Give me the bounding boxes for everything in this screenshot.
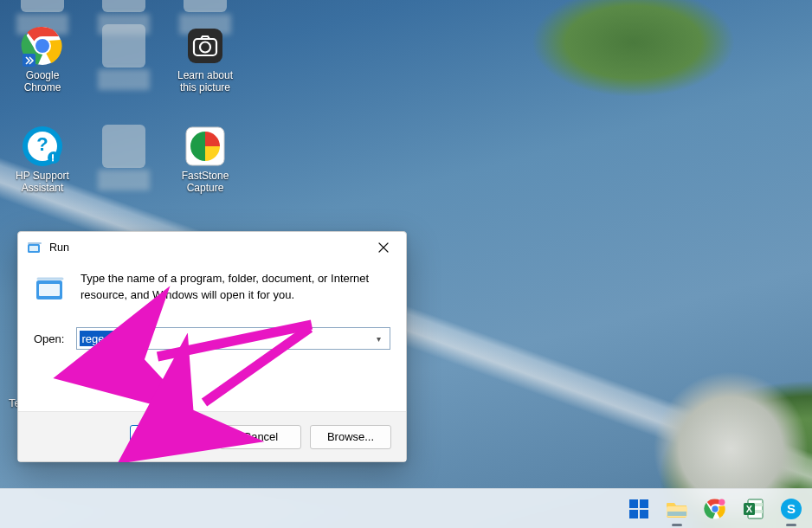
svg-point-27	[719, 499, 725, 505]
svg-rect-23	[667, 512, 686, 516]
run-dialog: Run Type the name of a program, folder, …	[17, 231, 407, 462]
svg-rect-20	[629, 510, 638, 518]
open-label: Open:	[34, 332, 64, 345]
chrome-button[interactable]	[703, 497, 727, 521]
open-input-value[interactable]: regedit	[80, 331, 118, 346]
ok-button[interactable]: OK	[130, 425, 211, 449]
chevron-down-icon[interactable]: ▾	[367, 334, 390, 344]
runner-icon	[21, 0, 64, 12]
desktop-icon-label: Learn about this picture	[177, 69, 233, 93]
svg-rect-13	[29, 246, 38, 251]
cancel-button[interactable]: Cancel	[220, 425, 301, 449]
desktop-icon-blur1[interactable]	[90, 24, 158, 90]
run-titlebar[interactable]: Run	[18, 232, 406, 263]
desktop-icon-blur2[interactable]	[90, 125, 158, 190]
desktop-icon-label	[98, 170, 150, 190]
desktop-icon-label: FastStone Capture	[182, 170, 229, 194]
svg-text:S: S	[787, 501, 796, 516]
svg-rect-19	[640, 499, 648, 508]
chrome-icon	[21, 24, 64, 68]
shortcut-icon	[184, 0, 227, 12]
browse-button[interactable]: Browse...	[310, 425, 391, 449]
faststone-icon	[184, 125, 227, 168]
svg-text:X: X	[746, 504, 753, 514]
desktop-icon-label: HP Support Assistant	[16, 170, 69, 194]
learn-icon	[184, 24, 227, 68]
close-button[interactable]	[364, 235, 403, 261]
close-icon	[378, 242, 389, 253]
desktop-icon-label	[98, 69, 150, 90]
desktop-icon-learn[interactable]: Learn about this picture	[171, 24, 239, 93]
svg-point-26	[712, 505, 718, 512]
svg-point-2	[35, 39, 49, 53]
hp-icon: ?	[21, 125, 64, 168]
desktop-icon-faststone[interactable]: FastStone Capture	[171, 125, 239, 194]
run-button-row: OK Cancel Browse...	[18, 411, 406, 461]
skype-button[interactable]: S	[779, 497, 803, 521]
open-combobox[interactable]: regedit ▾	[76, 327, 390, 350]
blur2-icon	[102, 125, 145, 168]
taskbar: XS	[0, 488, 812, 528]
svg-rect-21	[640, 510, 648, 518]
svg-rect-15	[39, 284, 60, 296]
svg-text:?: ?	[36, 133, 48, 155]
run-body-icon	[34, 272, 68, 306]
start-button[interactable]	[627, 497, 651, 521]
list-icon	[102, 0, 145, 12]
file-explorer-button[interactable]	[665, 497, 689, 521]
run-titlebar-icon	[27, 241, 42, 254]
svg-rect-18	[629, 499, 638, 508]
excel-button[interactable]: X	[741, 497, 765, 521]
desktop-icon-chrome[interactable]: Google Chrome	[9, 24, 76, 93]
run-description: Type the name of a program, folder, docu…	[81, 270, 390, 303]
desktop-icon-label: Google Chrome	[24, 69, 61, 93]
blur1-icon	[102, 24, 145, 68]
run-title: Run	[49, 241, 69, 254]
desktop-icon-hp[interactable]: ?HP Support Assistant	[9, 125, 76, 194]
